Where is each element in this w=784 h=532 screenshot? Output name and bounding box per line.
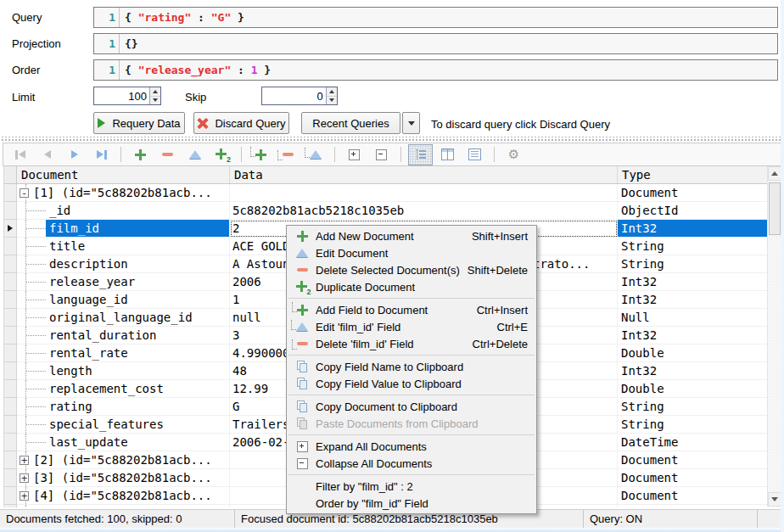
delete-document-button[interactable] [155,144,180,165]
expand-toggle-icon[interactable]: + [20,491,29,501]
skip-stepper[interactable] [261,87,338,105]
menu-item-expand-all-documents[interactable]: Expand All Documents [287,438,536,455]
duplicate-document-button[interactable]: 2 [210,144,234,165]
row-selector[interactable] [4,344,17,362]
row-selector[interactable] [4,362,17,380]
document-cell[interactable]: original_language_id [17,309,230,327]
document-cell[interactable]: rating [17,398,230,416]
row-selector[interactable] [4,184,17,202]
tree-view-button[interactable] [408,144,433,165]
document-cell[interactable]: rental_duration [17,327,230,344]
recent-queries-dropdown-button[interactable] [402,112,420,134]
document-cell[interactable]: release_year [17,273,230,291]
type-cell[interactable]: Double [618,380,767,398]
previous-record-button[interactable] [35,144,59,165]
skip-input[interactable] [262,87,326,104]
menu-item-copy-field-name-to-clipboard[interactable]: Copy Field Name to Clipboard [287,358,536,375]
edit-document-button[interactable] [182,144,207,165]
menu-item-copy-field-value-to-clipboard[interactable]: Copy Field Value to Clipboard [287,375,536,392]
last-record-button[interactable] [89,144,114,165]
expand-toggle-icon[interactable]: + [20,473,29,483]
row-selector[interactable] [4,469,17,487]
add-field-button[interactable] [249,144,273,165]
row-selector[interactable] [4,416,17,434]
limit-stepper[interactable] [93,87,161,105]
query-editor[interactable]: 1 { "rating" : "G" } [93,7,778,28]
type-cell[interactable]: String [618,238,767,255]
document-cell[interactable]: -[1] (id="5c88202b81acb... [17,184,230,202]
row-selector[interactable] [4,220,17,238]
type-cell[interactable]: Int32 [618,291,767,309]
document-cell[interactable]: language_id [17,291,230,309]
type-cell[interactable]: Null [618,309,767,327]
row-selector[interactable] [4,380,17,398]
type-cell[interactable]: String [618,416,767,434]
data-cell[interactable] [230,184,618,202]
scroll-down-button[interactable] [768,492,781,507]
document-cell[interactable]: length [17,362,230,380]
row-selector[interactable] [4,434,17,451]
row-selector[interactable] [4,202,17,220]
scrollbar-thumb[interactable] [769,182,781,235]
first-record-button[interactable] [8,144,32,165]
text-view-button[interactable] [462,144,487,165]
document-cell[interactable]: +[5] (id="5c88202b81acb... [17,505,230,507]
projection-editor[interactable]: 1 {} [93,33,778,54]
menu-item-duplicate-document[interactable]: 2Duplicate Document [287,278,536,295]
next-record-button[interactable] [62,144,87,165]
menu-item-edit-document[interactable]: Edit Document [287,244,536,261]
document-cell[interactable]: +[3] (id="5c88202b81acb... [17,469,230,487]
menu-item-delete-selected-documents[interactable]: Delete Selected Document(s)Shift+Delete [287,261,536,278]
expand-all-button[interactable] [342,144,367,165]
column-header-document[interactable]: Document [17,166,230,183]
row-selector[interactable] [4,451,17,469]
type-cell[interactable]: DateTime [618,434,767,451]
menu-item-order-by-film-id-field[interactable]: Order by "film_id" Field [287,495,536,512]
data-cell[interactable]: 5c88202b81acb5218c1035eb [230,202,618,220]
collapse-all-button[interactable] [369,144,394,165]
document-cell[interactable]: replacement_cost [17,380,230,398]
edit-field-button[interactable] [303,144,328,165]
type-cell[interactable]: Int32 [618,362,767,380]
limit-input[interactable] [94,87,149,104]
type-cell[interactable]: Document [618,505,767,507]
delete-field-button[interactable] [276,144,300,165]
menu-item-add-new-document[interactable]: Add New DocumentShift+Insert [287,227,536,244]
row-selector[interactable] [4,398,17,416]
row-selector[interactable] [4,238,17,255]
vertical-scrollbar[interactable] [767,166,781,507]
skip-down-button[interactable] [327,97,337,105]
document-cell[interactable]: film_id [17,220,230,238]
table-view-button[interactable] [435,144,460,165]
type-cell[interactable]: String [618,398,767,416]
type-cell[interactable]: Int32 [618,273,767,291]
scroll-up-button[interactable] [768,166,781,181]
collapse-toggle-icon[interactable]: - [20,188,29,198]
requery-data-button[interactable]: Requery Data [93,112,185,134]
limit-down-button[interactable] [150,97,160,105]
discard-query-button[interactable]: Discard Query [193,112,289,134]
row-selector[interactable] [4,487,17,505]
type-cell[interactable]: String [618,255,767,273]
type-cell[interactable]: Document [618,184,767,202]
document-cell[interactable]: +[2] (id="5c88202b81acb... [17,451,230,469]
table-row[interactable]: -[1] (id="5c88202b81acb...Document [4,184,767,202]
row-selector[interactable] [4,255,17,273]
menu-item-copy-document-to-clipboard[interactable]: Copy Document to Clipboard [287,398,536,415]
menu-item-filter-by-film-id[interactable]: Filter by "film_id" : 2 [287,478,536,495]
type-cell[interactable]: Document [618,469,767,487]
limit-up-button[interactable] [150,87,160,97]
row-selector[interactable] [4,273,17,291]
document-cell[interactable]: rental_rate [17,344,230,362]
menu-item-delete-film-id-field[interactable]: Delete 'film_id' FieldCtrl+Delete [287,335,536,352]
document-cell[interactable]: special_features [17,416,230,434]
document-cell[interactable]: _id [17,202,230,220]
document-cell[interactable]: last_update [17,434,230,451]
row-selector[interactable] [4,327,17,344]
menu-item-collapse-all-documents[interactable]: Collapse All Documents [287,455,536,472]
menu-item-edit-film-id-field[interactable]: Edit 'film_id' FieldCtrl+E [287,318,536,335]
document-cell[interactable]: +[4] (id="5c88202b81acb... [17,487,230,505]
type-cell[interactable]: Int32 [618,220,767,238]
type-cell[interactable]: Double [618,344,767,362]
add-document-button[interactable] [128,144,153,165]
